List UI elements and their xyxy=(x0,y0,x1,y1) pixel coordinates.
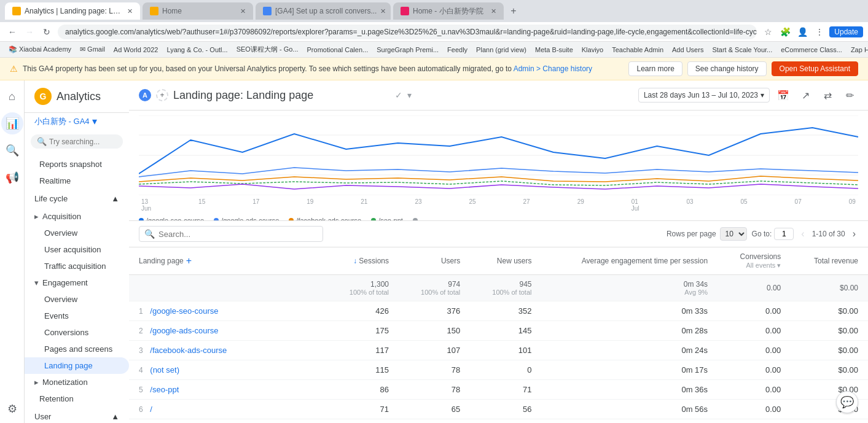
col-header-total-revenue[interactable]: Total revenue xyxy=(791,247,868,275)
col-header-avg-engagement[interactable]: Average engagement time per session xyxy=(541,247,717,275)
landing-page-link[interactable]: /seo-ppt xyxy=(150,385,179,394)
see-change-history-button[interactable]: See change history xyxy=(687,61,767,76)
bookmark-adworld[interactable]: Ad World 2022 xyxy=(110,45,162,55)
sidebar-item-overview-eng[interactable]: Overview xyxy=(25,291,129,308)
update-button[interactable]: Update xyxy=(829,26,863,37)
nav-explore-icon[interactable]: 🔍 xyxy=(1,139,23,161)
cell-conversions: 0.00 xyxy=(717,380,791,400)
nav-admin-icon[interactable]: ⚙ xyxy=(1,398,23,420)
bookmark-addusers[interactable]: Add Users xyxy=(668,45,707,55)
cell-landing-page: 2 /google-ads-course xyxy=(129,321,327,341)
col-header-conversions[interactable]: Conversions All events ▾ xyxy=(717,247,791,275)
cell-new-users: 101 xyxy=(470,341,541,360)
bookmark-star-icon[interactable]: ☆ xyxy=(760,25,775,39)
bookmark-zap[interactable]: Zap History xyxy=(847,45,868,55)
prev-page-button[interactable]: ‹ xyxy=(799,227,807,241)
add-report-icon[interactable]: + xyxy=(156,89,168,101)
tab-xiaobai[interactable]: Home - 小白新势学院 ✕ xyxy=(393,2,504,20)
bookmark-xiaobai[interactable]: 📚 Xiaobai Academy xyxy=(5,44,75,55)
bookmark-lyang[interactable]: Lyang & Co. - Outl... xyxy=(163,45,231,55)
cell-new-users: 352 xyxy=(470,301,541,321)
edit-action-icon[interactable]: ✏ xyxy=(841,87,858,104)
sidebar-item-landing-page[interactable]: Landing page xyxy=(25,357,129,374)
bookmark-meta[interactable]: Meta B-suite xyxy=(531,45,577,55)
nav-home-icon[interactable]: ⌂ xyxy=(1,85,23,107)
tab-close-btn[interactable]: ✕ xyxy=(240,7,246,15)
user-section-header[interactable]: User ▲ xyxy=(25,407,129,423)
bookmark-seo[interactable]: SEO课程大纲 - Go... xyxy=(233,44,302,55)
tab-ga4[interactable]: [GA4] Set up a scroll convers... ✕ xyxy=(256,2,391,20)
cell-revenue: $0.00 xyxy=(791,419,868,424)
nav-reports-icon[interactable]: 📊 xyxy=(1,112,23,134)
change-history-link[interactable]: Admin > Change history xyxy=(514,64,592,73)
next-page-button[interactable]: › xyxy=(850,227,858,241)
new-tab-button[interactable]: + xyxy=(506,4,521,18)
add-metric-icon[interactable]: + xyxy=(186,255,192,266)
report-dropdown-icon[interactable]: ▾ xyxy=(407,90,412,100)
calendar-action-icon[interactable]: 📅 xyxy=(775,87,792,104)
col-header-users[interactable]: Users xyxy=(399,247,470,275)
conversions-label: Conversions xyxy=(44,328,88,337)
life-cycle-section-header[interactable]: Life cycle ▲ xyxy=(25,189,129,208)
sidebar-item-retention[interactable]: Retention xyxy=(25,390,129,407)
landing-page-link[interactable]: /facebook-ads-course xyxy=(150,346,227,355)
bookmark-plann[interactable]: Plann (grid view) xyxy=(472,45,530,55)
rows-per-page-select[interactable]: 10 25 50 xyxy=(720,227,747,241)
share-action-icon[interactable]: ↗ xyxy=(797,87,814,104)
forward-button[interactable]: → xyxy=(22,25,37,39)
chat-button[interactable]: 💬 xyxy=(836,391,858,413)
bookmark-ecommerce[interactable]: eCommerce Class... xyxy=(777,45,846,55)
sidebar-item-events[interactable]: Events xyxy=(25,308,129,324)
sidebar-item-traffic-acquisition[interactable]: Traffic acquisition xyxy=(25,258,129,274)
sidebar-search-input[interactable] xyxy=(49,138,117,146)
menu-icon[interactable]: ⋮ xyxy=(812,25,827,39)
compare-action-icon[interactable]: ⇄ xyxy=(819,87,836,104)
property-selector[interactable]: 小白新势 - GA4 ▾ xyxy=(25,113,129,132)
sidebar-item-user-acquisition[interactable]: User acquisition xyxy=(25,241,129,258)
learn-more-button[interactable]: Learn more xyxy=(628,61,682,76)
open-setup-assistant-button[interactable]: Open Setup Assistant xyxy=(772,61,858,76)
sidebar-item-overview-acq[interactable]: Overview xyxy=(25,225,129,241)
tab-close-btn[interactable]: ✕ xyxy=(491,7,496,15)
sidebar-item-engagement[interactable]: ▾ Engagement xyxy=(25,274,129,291)
table-search-box[interactable]: 🔍 xyxy=(139,226,323,242)
reload-button[interactable]: ↻ xyxy=(39,25,54,39)
sidebar-item-realtime[interactable]: Realtime xyxy=(25,173,129,189)
sidebar-item-monetization[interactable]: ▸ Monetization xyxy=(25,374,129,390)
bookmark-surge[interactable]: SurgeGraph Premi... xyxy=(373,45,442,55)
cell-users: 376 xyxy=(399,301,470,321)
user-acquisition-label: User acquisition xyxy=(44,245,101,254)
table-search-input[interactable] xyxy=(158,230,318,239)
bookmark-startscale[interactable]: Start & Scale Your... xyxy=(708,45,776,55)
sidebar-item-conversions[interactable]: Conversions xyxy=(25,324,129,341)
bookmark-klaviyo[interactable]: Klaviyo xyxy=(578,45,607,55)
bookmark-gmail[interactable]: ✉ Gmail xyxy=(76,44,109,55)
account-icon[interactable]: 👤 xyxy=(795,25,810,39)
tab-analytics[interactable]: Analytics | Landing page: Landi... ✕ xyxy=(5,2,140,20)
date-range-selector[interactable]: Last 28 days Jun 13 – Jul 10, 2023 ▾ xyxy=(638,88,770,103)
col-header-new-users[interactable]: New users xyxy=(470,247,541,275)
cell-conversions: 0.00 xyxy=(717,360,791,380)
bookmark-feedly[interactable]: Feedly xyxy=(444,45,471,55)
landing-page-link[interactable]: (not set) xyxy=(150,365,179,374)
traffic-acquisition-label: Traffic acquisition xyxy=(44,262,106,271)
landing-page-link[interactable]: / xyxy=(150,405,152,414)
goto-input[interactable] xyxy=(774,228,794,240)
extension-icon[interactable]: 🧩 xyxy=(778,25,792,39)
rows-per-page-control: Rows per page 10 25 50 xyxy=(667,227,747,241)
tab-close-btn[interactable]: ✕ xyxy=(127,7,133,15)
tab-close-btn[interactable]: ✕ xyxy=(380,7,386,15)
sidebar-search[interactable]: 🔍 xyxy=(25,132,129,151)
back-button[interactable]: ← xyxy=(5,25,20,39)
col-header-sessions[interactable]: ↓ Sessions xyxy=(327,247,399,275)
sidebar-item-reports-snapshot[interactable]: Reports snapshot xyxy=(25,156,129,173)
tab-home[interactable]: Home ✕ xyxy=(143,2,253,20)
sidebar-item-pages-screens[interactable]: Pages and screens xyxy=(25,341,129,357)
bookmark-teachable[interactable]: Teachable Admin xyxy=(608,45,667,55)
sidebar-item-acquisition[interactable]: ▸ Acquisition xyxy=(25,208,129,225)
nav-advertising-icon[interactable]: 📢 xyxy=(1,166,23,188)
landing-page-link[interactable]: /google-ads-course xyxy=(150,326,218,335)
landing-page-link[interactable]: /google-seo-course xyxy=(150,306,218,316)
url-bar[interactable]: analytics.google.com/analytics/web/?auth… xyxy=(58,25,757,39)
bookmark-promo[interactable]: Promotional Calen... xyxy=(303,45,372,55)
